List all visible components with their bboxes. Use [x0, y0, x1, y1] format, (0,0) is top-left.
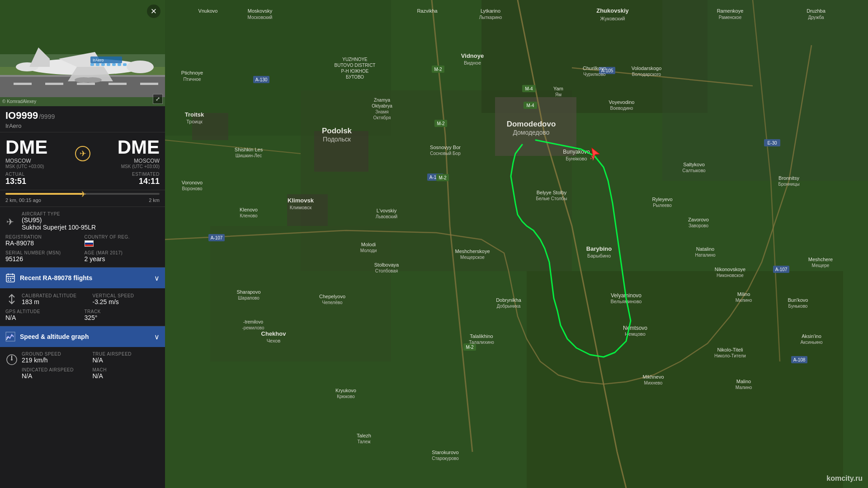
track-value: 325° — [85, 314, 160, 321]
svg-text:Буньково: Буньково — [788, 304, 808, 309]
svg-text:Zavorovo: Zavorovo — [688, 217, 709, 222]
svg-text:Барыбино: Барыбино — [587, 253, 611, 258]
speed-graph-label: Speed & altitude graph — [20, 333, 89, 340]
svg-text:Starokurovо: Starokurovо — [432, 450, 458, 455]
speed-live-section: GROUND SPEED 219 km/h TRUE AIRSPEED N/A … — [0, 347, 165, 384]
svg-text:Zhukovskiy: Zhukovskiy — [596, 7, 629, 14]
age-block: AGE (MAR 2017) 2 years — [85, 250, 160, 263]
track-block: TRACK 325° — [85, 309, 160, 321]
svg-text:Подольск: Подольск — [323, 136, 351, 143]
svg-text:Sosnovyy Bor: Sosnovyy Bor — [430, 145, 461, 150]
svg-rect-19 — [107, 63, 110, 66]
svg-text:Троицк: Троицк — [186, 119, 203, 124]
svg-rect-32 — [8, 278, 9, 279]
speed-graph-button[interactable]: Speed & altitude graph ∨ — [0, 326, 165, 347]
close-button[interactable]: × — [147, 5, 160, 18]
svg-text:Milino: Milino — [737, 291, 750, 297]
true-airspeed-value: N/A — [93, 357, 160, 364]
origin-city: MOSCOW — [5, 158, 47, 164]
svg-rect-48 — [662, 0, 868, 181]
svg-text:Добрыниха: Добрыниха — [497, 304, 521, 309]
recent-flights-button[interactable]: Recent RA-89078 flights ∨ — [0, 267, 165, 288]
aircraft-type-icon: ✈ — [5, 215, 18, 228]
serial-label: SERIAL NUMBER (MSN) — [5, 250, 81, 255]
svg-text:Malino: Malino — [736, 379, 751, 384]
map-container[interactable]: M-4 A-105 A-107 A-107 E-30 A-107 A-108 A… — [165, 0, 868, 488]
svg-text:BUTOVO DISTRICT: BUTOVO DISTRICT — [335, 63, 376, 68]
expand-button[interactable]: ⤢ — [153, 94, 163, 104]
svg-text:Дружба: Дружба — [808, 15, 824, 20]
svg-text:Ryleyevo: Ryleyevo — [652, 197, 672, 202]
svg-text:Талалихино: Талалихино — [469, 340, 494, 345]
svg-text:Talezh: Talezh — [357, 433, 371, 438]
indicated-airspeed-label: INDICATED AIRSPEED — [22, 367, 89, 372]
svg-text:Bun'kovo: Bun'kovo — [788, 297, 808, 303]
calibrated-alt-label: CALIBRATED ALTITUDE — [22, 293, 89, 298]
svg-text:Салтыково: Салтыково — [682, 168, 706, 173]
svg-text:Volodarskogo: Volodarskogo — [632, 66, 662, 71]
svg-text:Nikolo-Titeli: Nikolo-Titeli — [717, 347, 743, 352]
svg-text:Kryukovo: Kryukovo — [335, 388, 356, 393]
graph-icon — [5, 332, 15, 342]
svg-text:Николо-Тители: Николо-Тители — [714, 353, 746, 358]
svg-text:Знамя: Знамя — [375, 109, 388, 114]
svg-rect-36 — [10, 280, 11, 281]
progress-plane-icon: ✈ — [80, 189, 86, 199]
country-label: COUNTRY OF REG. — [85, 235, 160, 239]
svg-text:Чехов: Чехов — [267, 338, 281, 343]
destination-info: DME MOSCOW MSK (UTC +03:00) — [118, 138, 160, 169]
svg-text:Талеж: Талеж — [357, 439, 371, 444]
map-background: M-4 A-105 A-107 A-107 E-30 A-107 A-108 A… — [165, 0, 868, 488]
svg-point-12 — [127, 61, 154, 73]
vertical-speed-block: VERTICAL SPEED -3.25 m/s — [93, 293, 160, 305]
svg-text:✈: ✈ — [79, 149, 86, 158]
svg-text:-tremilovo: -tremilovo — [243, 319, 263, 324]
svg-text:Yam: Yam — [553, 86, 563, 91]
svg-text:Molodi: Molodi — [361, 242, 376, 247]
svg-text:L'vovskiy: L'vovskiy — [377, 208, 397, 213]
svg-text:YUZHNOYE: YUZHNOYE — [342, 57, 368, 62]
progress-fill — [5, 193, 83, 195]
mach-value: N/A — [93, 372, 160, 380]
photo-credit: © KomradAlexey — [2, 99, 36, 104]
svg-text:Чепелёво: Чепелёво — [322, 300, 342, 305]
svg-text:Mikhnevo: Mikhnevo — [642, 374, 664, 380]
svg-text:Никоновское: Никоновское — [717, 273, 744, 278]
mach-block: MACH N/A — [93, 367, 160, 380]
svg-text:Львовский: Львовский — [376, 214, 397, 219]
svg-text:M-2: M-2 — [437, 121, 445, 126]
progress-bar: ✈ — [5, 193, 160, 195]
vertical-speed-label: VERTICAL SPEED — [93, 293, 160, 298]
svg-text:Милино: Милино — [736, 298, 752, 303]
svg-rect-22 — [123, 63, 127, 66]
flight-header: IO9999 /9999 IrAero — [0, 106, 165, 132]
serial-age-grid: SERIAL NUMBER (MSN) 95126 AGE (MAR 2017)… — [5, 250, 160, 263]
svg-text:Podolsk: Podolsk — [322, 127, 352, 135]
svg-text:A-130: A-130 — [255, 77, 268, 82]
gps-alt-label: GPS ALTITUDE — [5, 309, 81, 314]
destination-tz: MSK (UTC +03:00) — [118, 164, 160, 169]
svg-rect-16 — [90, 63, 94, 66]
svg-text:Chekhov: Chekhov — [261, 330, 287, 337]
svg-text:Шишкин-Лес: Шишкин-Лес — [236, 153, 262, 158]
chevron-down-icon-2: ∨ — [154, 333, 160, 341]
origin-tz: MSK (UTC +03:00) — [5, 164, 47, 169]
svg-text:Troitsk: Troitsk — [185, 111, 204, 118]
svg-text:Oktyabrya: Oktyabrya — [372, 103, 392, 108]
estimated-label: ESTIMATED — [132, 172, 160, 177]
country-flag — [85, 239, 160, 247]
svg-text:Klimovsk: Klimovsk — [288, 197, 314, 204]
svg-point-15 — [84, 77, 102, 83]
destination-code: DME — [118, 138, 160, 157]
svg-text:M-4: M-4 — [526, 103, 534, 108]
svg-text:Рылеево: Рылеево — [653, 203, 672, 208]
svg-text:✈: ✈ — [6, 217, 14, 227]
svg-text:Sharapovo: Sharapovo — [236, 289, 260, 295]
flight-id: IO9999 — [5, 110, 38, 122]
svg-text:Znamya: Znamya — [374, 98, 391, 103]
svg-text:Ptichnoye: Ptichnoye — [181, 70, 203, 75]
route-section: DME MOSCOW MSK (UTC +03:00) ✈ DME MOSCOW… — [0, 132, 165, 190]
mach-label: MACH — [93, 367, 160, 372]
registration-block: REGISTRATION RA-89078 — [5, 235, 81, 247]
svg-text:Churilkovo: Churilkovo — [583, 66, 606, 71]
